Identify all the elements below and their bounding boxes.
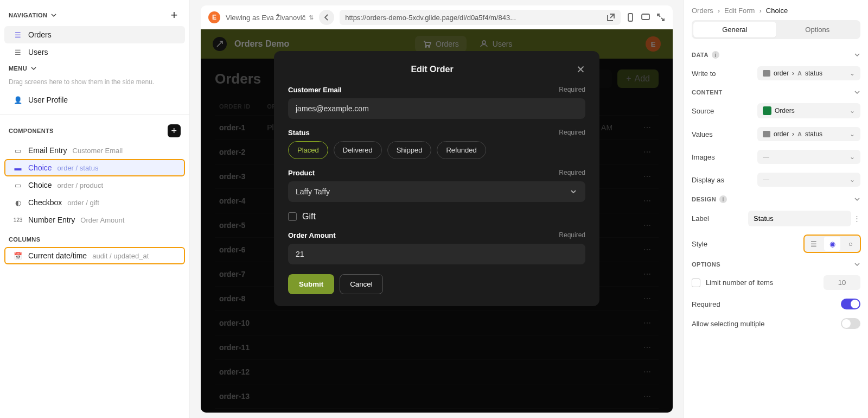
status-label: Status <box>288 129 310 137</box>
add-component-button[interactable]: + <box>168 124 181 137</box>
component-checkbox[interactable]: ◐ Checkbox order / gift <box>4 194 185 211</box>
email-input[interactable] <box>288 98 585 119</box>
chevron-down-icon: ⌄ <box>850 69 855 77</box>
tab-general[interactable]: General <box>693 22 776 37</box>
tab-options[interactable]: Options <box>776 22 859 37</box>
app-preview: Orders Demo Orders Users E Orders <box>201 29 673 413</box>
multiple-toggle[interactable] <box>841 318 860 329</box>
desktop-icon[interactable] <box>641 13 650 22</box>
label-row-label: Label <box>692 214 709 223</box>
style-picker: ☰ ◉ ○ <box>804 235 860 252</box>
svg-rect-1 <box>642 14 649 20</box>
inspector-tabs: General Options <box>692 20 860 39</box>
values-picker[interactable]: order › Astatus ⌄ <box>757 127 860 141</box>
add-screen-button[interactable]: + <box>168 9 181 22</box>
toggle-icon: ◐ <box>13 199 23 207</box>
submit-button[interactable]: Submit <box>288 274 334 294</box>
component-choice-status[interactable]: ▬ Choice order / status <box>4 159 185 176</box>
breadcrumb-item[interactable]: Orders <box>692 7 713 15</box>
product-value: Laffy Taffy <box>296 187 330 196</box>
nav-item-label: Users <box>28 48 48 56</box>
modal-overlay: Edit Order ✕ Customer EmailRequired Stat… <box>201 29 673 413</box>
viewer-avatar[interactable]: E <box>208 11 220 23</box>
components-heading-text: COMPONENTS <box>9 128 54 134</box>
right-inspector: Orders › Edit Form › Choice General Opti… <box>684 0 868 418</box>
card-icon: ▭ <box>13 181 23 189</box>
nav-item-users[interactable]: ☰ Users <box>4 43 185 61</box>
limit-checkbox[interactable] <box>692 278 700 287</box>
write-to-label: Write to <box>692 69 716 78</box>
preview-panel: E Viewing as Eva Živanovič ⇅ https://ord… <box>190 0 684 418</box>
info-icon[interactable]: i <box>712 51 719 59</box>
status-chip-refunded[interactable]: Refunded <box>437 141 486 159</box>
expand-icon[interactable] <box>656 13 665 22</box>
nav-item-label: Orders <box>28 30 52 39</box>
chevron-down-icon: ⌄ <box>850 107 855 115</box>
viewing-as[interactable]: Viewing as Eva Živanovič ⇅ <box>226 14 314 22</box>
cancel-button[interactable]: Cancel <box>340 274 383 294</box>
product-select[interactable]: Laffy Taffy <box>288 181 585 202</box>
label-input[interactable] <box>748 211 851 226</box>
images-label: Images <box>692 153 715 161</box>
url-text: https://orders-demo-5xdv.glide.page/dl/d… <box>345 14 516 22</box>
component-label: Choice <box>28 163 52 172</box>
external-link-icon[interactable] <box>607 13 615 22</box>
info-icon[interactable]: i <box>719 195 727 203</box>
component-label: Choice <box>28 181 52 189</box>
component-choice-product[interactable]: ▭ Choice order / product <box>4 176 185 194</box>
required-badge: Required <box>559 86 585 94</box>
back-button[interactable] <box>319 10 334 25</box>
phone-icon[interactable] <box>626 13 635 22</box>
calendar-icon: 📅 <box>13 252 23 260</box>
limit-input[interactable] <box>824 275 860 290</box>
component-number-entry[interactable]: 123 Number Entry Order Amount <box>4 211 185 229</box>
menu-heading[interactable]: MENU <box>0 61 189 76</box>
menu-item-user-profile[interactable]: 👤 User Profile <box>4 91 185 109</box>
chevron-down-icon <box>854 196 860 202</box>
breadcrumb-item[interactable]: Edit Form <box>724 7 755 15</box>
close-icon[interactable]: ✕ <box>576 63 585 76</box>
section-content[interactable]: CONTENT <box>692 85 860 99</box>
chevron-down-icon <box>569 187 578 196</box>
breadcrumb-current: Choice <box>766 7 788 15</box>
column-current-datetime[interactable]: 📅 Current date/time audit / updated_at <box>4 247 185 264</box>
checkbox-icon[interactable] <box>288 212 297 221</box>
multiple-label: Allow selecting multiple <box>692 320 764 328</box>
section-design[interactable]: DESIGNi <box>692 191 860 206</box>
component-sub: Customer Email <box>73 147 123 155</box>
write-to-picker[interactable]: order › Astatus ⌄ <box>757 66 860 80</box>
images-picker[interactable]: —⌄ <box>757 150 860 164</box>
number-icon: 123 <box>13 217 23 223</box>
chevron-updown-icon: ⇅ <box>309 14 314 21</box>
component-label: Checkbox <box>28 198 62 207</box>
text-icon: ▭ <box>13 147 23 155</box>
section-data[interactable]: DATAi <box>692 47 860 62</box>
status-chip-placed[interactable]: Placed <box>288 141 328 159</box>
style-list-icon[interactable]: ☰ <box>806 237 822 251</box>
component-sub: order / gift <box>67 199 99 207</box>
status-chip-delivered[interactable]: Delivered <box>334 141 382 159</box>
gift-checkbox-row[interactable]: Gift <box>288 212 585 221</box>
columns-heading: COLUMNS <box>0 232 189 247</box>
style-chips-icon[interactable]: ◉ <box>824 237 840 251</box>
status-chip-shipped[interactable]: Shipped <box>387 141 432 159</box>
navigation-heading[interactable]: NAVIGATION + <box>0 4 189 26</box>
displayas-picker[interactable]: —⌄ <box>757 173 860 187</box>
required-toggle[interactable] <box>841 299 860 309</box>
components-heading: COMPONENTS + <box>0 120 189 142</box>
required-badge: Required <box>559 129 585 137</box>
more-icon[interactable]: ⋮ <box>853 214 860 223</box>
component-label: Email Entry <box>28 146 67 155</box>
nav-item-orders[interactable]: ☰ Orders <box>4 26 185 43</box>
url-bar[interactable]: https://orders-demo-5xdv.glide.page/dl/d… <box>340 10 621 25</box>
column-sub: audit / updated_at <box>92 252 149 260</box>
source-picker[interactable]: Orders ⌄ <box>757 103 860 118</box>
section-options[interactable]: OPTIONS <box>692 257 860 271</box>
chevron-down-icon <box>50 12 57 18</box>
email-label: Customer Email <box>288 86 342 94</box>
style-radio-icon[interactable]: ○ <box>843 237 859 251</box>
amount-input[interactable] <box>288 244 585 264</box>
list-icon: ☰ <box>13 31 23 39</box>
component-email-entry[interactable]: ▭ Email Entry Customer Email <box>4 142 185 159</box>
menu-heading-text: MENU <box>9 65 27 72</box>
